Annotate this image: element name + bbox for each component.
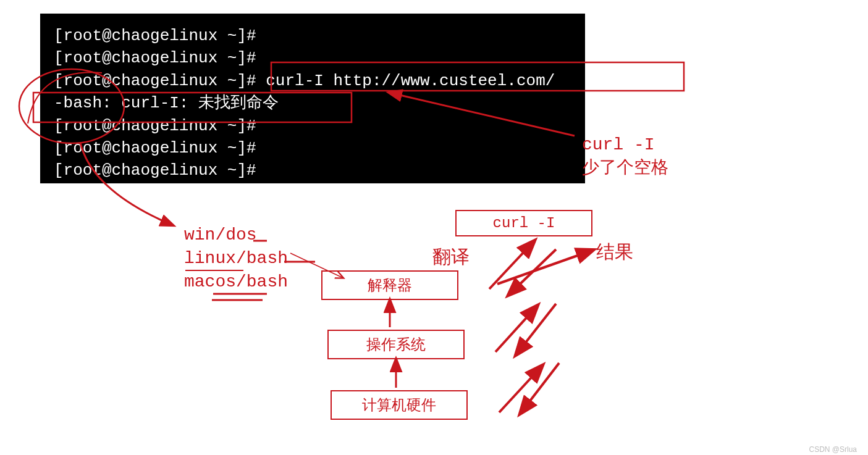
terminal-line: [root@chaogelinux ~]#	[54, 117, 256, 135]
label-result: 结果	[596, 241, 633, 266]
annotation-line2: 少了个空格	[582, 157, 668, 180]
annotation-line1: curl -I	[582, 133, 668, 157]
box-hardware: 计算机硬件	[331, 390, 468, 420]
os-item: linux/bash	[184, 247, 288, 270]
terminal-line: [root@chaogelinux ~]#	[54, 49, 256, 67]
label-translate: 翻译	[432, 246, 470, 271]
box-os: 操作系统	[327, 330, 465, 359]
terminal-line: [root@chaogelinux ~]# curl-I http://www.…	[54, 72, 555, 90]
svg-line-10	[516, 304, 556, 355]
terminal-window: [root@chaogelinux ~]# [root@chaogelinux …	[40, 14, 585, 183]
terminal-line: [root@chaogelinux ~]#	[54, 139, 256, 157]
annotation-curl-space: curl -I 少了个空格	[582, 133, 668, 180]
terminal-line: [root@chaogelinux ~]#	[54, 161, 256, 180]
box-interpreter: 解释器	[321, 270, 458, 300]
svg-line-8	[508, 249, 556, 295]
terminal-line: -bash: curl-I: 未找到命令	[54, 94, 279, 112]
svg-line-11	[499, 365, 542, 412]
watermark: CSDN @Srlua	[809, 445, 857, 454]
svg-line-6	[489, 241, 534, 289]
svg-line-9	[495, 306, 537, 352]
svg-line-12	[520, 363, 559, 414]
box-curl: curl -I	[455, 210, 592, 236]
os-interpreter-list: win/dos linux/bash macos/bash	[184, 223, 288, 293]
os-item: win/dos	[184, 223, 257, 247]
svg-line-7	[497, 250, 593, 284]
terminal-line: [root@chaogelinux ~]#	[54, 27, 256, 45]
os-item: macos/bash	[184, 270, 288, 294]
